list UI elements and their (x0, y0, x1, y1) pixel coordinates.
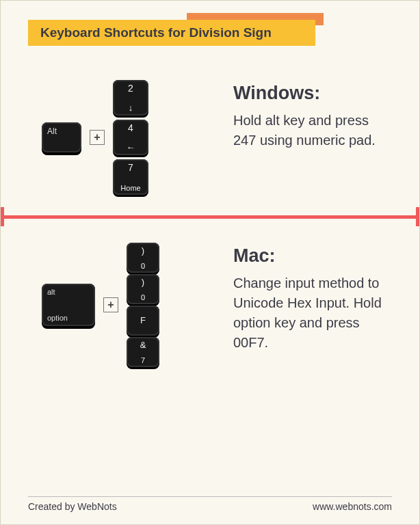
windows-text: Windows: Hold alt key and press 247 usin… (233, 80, 392, 150)
key-label-top: & (127, 340, 159, 350)
windows-heading: Windows: (233, 80, 392, 107)
key-label-bot: 0 (127, 293, 159, 301)
numkey-4: 4 ← (113, 120, 148, 155)
page-title: Keyboard Shortcuts for Division Sign (28, 20, 315, 46)
windows-section: Alt + 2 ↓ 4 ← 7 Home Windows: Hold alt k… (1, 66, 419, 202)
alt-key-label: Alt (47, 126, 57, 136)
title-banner: Keyboard Shortcuts for Division Sign (28, 17, 315, 49)
windows-keys: Alt + 2 ↓ 4 ← 7 Home (42, 80, 220, 195)
numkey-7: 7 Home (113, 159, 148, 195)
mac-heading: Mac: (233, 243, 392, 269)
option-key-label-top: alt (47, 288, 55, 296)
option-key-mac: alt option (42, 284, 95, 326)
left-arrow-icon: ← (113, 142, 148, 152)
footer-credit: Created by WebNots (28, 501, 117, 512)
numkey-0b: ) 0 (127, 274, 159, 304)
divider-cap-right (416, 207, 419, 226)
plus-icon: + (103, 297, 118, 312)
windows-numkeys: 2 ↓ 4 ← 7 Home (113, 80, 148, 195)
numkey-0a: ) 0 (127, 243, 159, 273)
key-label-top: F (127, 315, 159, 325)
mac-numkeys: ) 0 ) 0 F & 7 (127, 243, 159, 367)
mac-body: Change input method to Unicode Hex Input… (233, 273, 392, 353)
plus-icon: + (90, 130, 105, 145)
key-label-bot: Home (113, 184, 148, 192)
key-label-top: 2 (113, 83, 148, 94)
alt-key-windows: Alt (42, 122, 81, 152)
numkey-2: 2 ↓ (113, 80, 148, 116)
key-label-top: ) (127, 245, 159, 256)
divider-bar (1, 215, 419, 219)
footer: Created by WebNots www.webnots.com (28, 496, 392, 512)
down-arrow-icon: ↓ (113, 103, 148, 113)
mac-text: Mac: Change input method to Unicode Hex … (233, 243, 392, 353)
footer-url: www.webnots.com (313, 501, 392, 512)
key-label-top: ) (127, 277, 159, 287)
key-label-top: 4 (113, 122, 148, 133)
windows-body: Hold alt key and press 247 using numeric… (233, 111, 392, 150)
key-label-bot: 7 (127, 356, 159, 364)
mac-section: alt option + ) 0 ) 0 F & 7 Mac: Change i… (1, 229, 419, 374)
section-divider (1, 207, 419, 226)
key-label-top: 7 (113, 162, 148, 173)
numkey-f: F (127, 306, 159, 336)
option-key-label-bot: option (47, 314, 68, 322)
key-label-bot: 0 (127, 262, 159, 270)
mac-keys: alt option + ) 0 ) 0 F & 7 (42, 243, 220, 367)
numkey-7: & 7 (127, 337, 159, 367)
